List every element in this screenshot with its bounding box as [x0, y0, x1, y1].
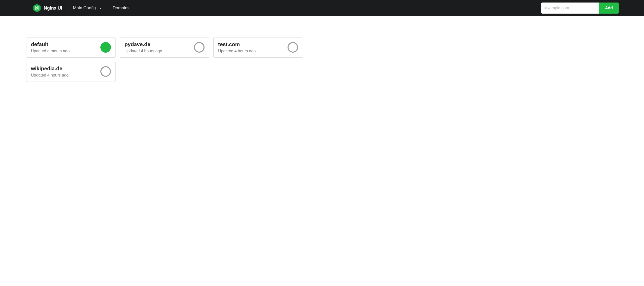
domain-card[interactable]: test.comUpdated 4 hours ago [213, 38, 303, 58]
domain-name: pydave.de [125, 41, 162, 47]
status-enabled-icon[interactable] [100, 42, 111, 53]
add-button[interactable]: Add [599, 3, 619, 14]
domain-name: default [31, 41, 70, 47]
chevron-down-icon [99, 8, 101, 9]
domain-name: test.com [218, 41, 256, 47]
domain-updated: Updated a month ago [31, 49, 70, 53]
domain-card[interactable]: wikipedia.deUpdated 4 hours ago [26, 62, 116, 82]
domain-card-text: defaultUpdated a month ago [31, 41, 70, 53]
brand-name: Nginx UI [44, 6, 62, 11]
nav-domains-label: Domains [113, 6, 130, 11]
domain-card[interactable]: pydave.deUpdated 4 hours ago [120, 38, 209, 58]
domain-updated: Updated 4 hours ago [31, 73, 68, 78]
add-domain-form: Add [541, 3, 619, 14]
status-disabled-icon[interactable] [100, 66, 111, 77]
nav-main-config-label: Main Config [73, 6, 96, 11]
domain-name: wikipedia.de [31, 65, 68, 72]
domain-card-text: pydave.deUpdated 4 hours ago [125, 41, 162, 53]
domain-updated: Updated 4 hours ago [218, 49, 256, 53]
nav-domains[interactable]: Domains [107, 0, 135, 16]
nginx-logo-icon [33, 4, 41, 12]
status-disabled-icon[interactable] [194, 42, 205, 53]
content: defaultUpdated a month agopydave.deUpdat… [0, 16, 352, 103]
domain-card-text: test.comUpdated 4 hours ago [218, 41, 256, 53]
domain-cards: defaultUpdated a month agopydave.deUpdat… [26, 38, 326, 82]
status-disabled-icon[interactable] [288, 42, 298, 53]
domain-card-text: wikipedia.deUpdated 4 hours ago [31, 65, 68, 78]
domain-card[interactable]: defaultUpdated a month ago [26, 38, 116, 58]
nav-right: Add [541, 0, 619, 16]
domain-input[interactable] [541, 3, 599, 14]
nav-main-config[interactable]: Main Config [67, 0, 107, 16]
brand[interactable]: Nginx UI [32, 0, 67, 16]
domain-updated: Updated 4 hours ago [125, 49, 162, 53]
navbar: Nginx UI Main Config Domains Add [0, 0, 644, 16]
